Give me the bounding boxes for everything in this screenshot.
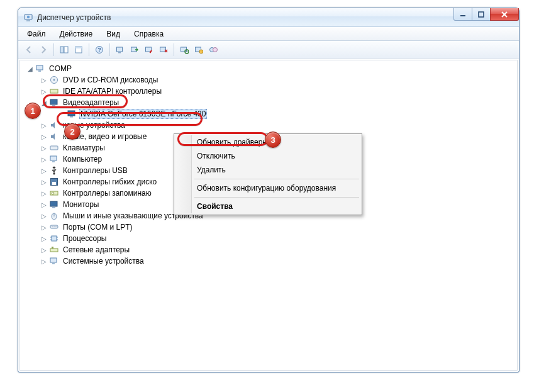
device-tree[interactable]: ◢ COMP ▷ DVD и CD-ROM дисководы ▷ IDE AT… (19, 60, 518, 371)
menu-help[interactable]: Справка (128, 28, 170, 40)
system-label[interactable]: Системные устройства (62, 257, 145, 266)
ctx-delete[interactable]: Удалить (175, 163, 360, 177)
svg-rect-7 (60, 47, 64, 53)
monitors-label[interactable]: Мониторы (62, 200, 100, 209)
av-label[interactable]: ковые, видео и игровые (62, 132, 148, 141)
floppy-label[interactable]: Контроллеры гибких диско (62, 177, 158, 186)
tree-dvd[interactable]: ▷ DVD и CD-ROM дисководы (21, 74, 516, 86)
svg-rect-31 (50, 99, 57, 104)
svg-rect-4 (479, 12, 484, 17)
collapse-icon[interactable]: ◢ (26, 65, 34, 72)
expand-icon[interactable]: ▷ (40, 76, 48, 84)
svg-rect-58 (50, 258, 57, 262)
close-button[interactable] (490, 8, 519, 21)
svg-rect-43 (50, 201, 57, 206)
svg-rect-30 (50, 89, 58, 93)
menu-action[interactable]: Действие (53, 28, 99, 40)
display-adapter-icon (67, 109, 77, 119)
monitor-icon (49, 199, 59, 210)
expand-icon[interactable]: ▷ (40, 121, 48, 129)
collapse-icon[interactable]: ◢ (40, 99, 48, 106)
expand-icon[interactable]: ▷ (40, 178, 48, 186)
svg-point-29 (53, 79, 55, 81)
expand-icon[interactable]: ▷ (40, 155, 48, 163)
tree-net[interactable]: ▷ Сетевые адаптеры (21, 244, 516, 255)
tree-cpu[interactable]: ▷ Процессоры (21, 233, 516, 244)
expand-icon[interactable]: ▷ (40, 246, 48, 254)
menu-file[interactable]: Файл (21, 28, 52, 40)
properties-button[interactable] (72, 43, 86, 57)
help-button[interactable]: ? (92, 43, 106, 57)
scan-button[interactable] (113, 43, 127, 57)
video-label[interactable]: Видеоадаптеры (62, 98, 120, 107)
tree-ide[interactable]: ▷ IDE ATA/ATAPI контроллеры (21, 86, 516, 97)
keyboard-icon (49, 143, 59, 153)
disable-device-button[interactable] (142, 43, 156, 57)
ide-label[interactable]: IDE ATA/ATAPI контроллеры (62, 87, 163, 96)
svg-point-2 (27, 15, 30, 18)
svg-rect-14 (118, 52, 121, 53)
minimize-button[interactable] (453, 8, 472, 21)
root-label[interactable]: COMP (48, 64, 73, 73)
svg-rect-37 (52, 161, 55, 162)
svg-point-48 (52, 227, 53, 228)
svg-rect-56 (50, 249, 58, 252)
storage-label[interactable]: Контроллеры запоминаю (62, 189, 153, 198)
usb-label[interactable]: Контроллеры USB (62, 166, 129, 175)
port-icon (49, 222, 59, 232)
expand-icon[interactable]: ▷ (40, 223, 48, 231)
toolbar-extra-button[interactable] (206, 43, 220, 57)
expand-icon[interactable]: ▷ (40, 167, 48, 174)
tree-root[interactable]: ◢ COMP (21, 63, 516, 74)
expand-icon[interactable]: ▷ (40, 133, 48, 140)
ctx-update-drivers[interactable]: Обновить драйверы... (175, 135, 360, 149)
expand-icon[interactable]: ▷ (40, 212, 48, 220)
ctx-properties[interactable]: Свойства (175, 199, 360, 213)
ctx-disable[interactable]: Отключить (175, 149, 360, 163)
update-driver-button[interactable] (128, 43, 142, 57)
expand-icon[interactable]: ▷ (40, 144, 48, 152)
video-device-label[interactable]: NVIDIA GeForce 6150SE nForce 430 (79, 109, 207, 119)
svg-rect-13 (117, 47, 123, 52)
cpu-label[interactable]: Процессоры (62, 234, 108, 243)
tree-system[interactable]: ▷ Системные устройства (21, 255, 516, 267)
show-hide-tree-button[interactable] (57, 43, 71, 57)
expand-icon[interactable]: ▷ (40, 235, 48, 242)
tree-video-adapters[interactable]: ◢ Видеоадаптеры (21, 97, 516, 108)
keyboards-label[interactable]: Клавиатуры (62, 143, 106, 152)
sound-label[interactable]: ковые устройства (62, 121, 126, 130)
dvd-label[interactable]: DVD и CD-ROM дисководы (62, 76, 159, 84)
expand-icon[interactable]: ▷ (40, 201, 48, 208)
svg-rect-16 (146, 47, 152, 52)
computer-icon (49, 154, 59, 164)
net-label[interactable]: Сетевые адаптеры (62, 245, 131, 254)
computer-label[interactable]: Компьютер (62, 155, 103, 164)
svg-text:?: ? (97, 47, 101, 53)
expand-icon[interactable]: ▷ (40, 189, 48, 197)
expand-icon[interactable]: ▷ (40, 257, 48, 265)
uninstall-button[interactable] (157, 43, 170, 57)
svg-point-49 (53, 227, 55, 228)
svg-rect-8 (64, 47, 68, 53)
svg-rect-57 (52, 247, 53, 249)
window-title: Диспетчер устройств (37, 13, 111, 22)
tree-ports[interactable]: ▷ Порты (COM и LPT) (21, 221, 516, 233)
svg-point-42 (52, 192, 54, 194)
cpu-icon (49, 233, 59, 244)
app-icon (23, 13, 33, 23)
floppy-icon (49, 177, 59, 187)
legacy-hardware-button[interactable] (192, 43, 206, 57)
maximize-button[interactable] (472, 8, 491, 21)
ctx-refresh-config[interactable]: Обновить конфигурацию оборудования (175, 181, 360, 195)
menu-view[interactable]: Вид (100, 28, 126, 40)
expand-icon[interactable]: ▷ (40, 87, 48, 95)
svg-point-38 (53, 172, 55, 174)
toolbar: ? (18, 41, 519, 59)
refresh-button[interactable] (177, 43, 191, 57)
ports-label[interactable]: Порты (COM и LPT) (62, 223, 134, 232)
tree-video-device[interactable]: NVIDIA GeForce 6150SE nForce 430 (21, 108, 516, 120)
context-menu: Обновить драйверы... Отключить Удалить О… (174, 133, 362, 215)
svg-point-23 (199, 50, 203, 53)
tree-sound[interactable]: ▷ ковые устройства (21, 120, 516, 131)
svg-point-50 (55, 227, 57, 228)
